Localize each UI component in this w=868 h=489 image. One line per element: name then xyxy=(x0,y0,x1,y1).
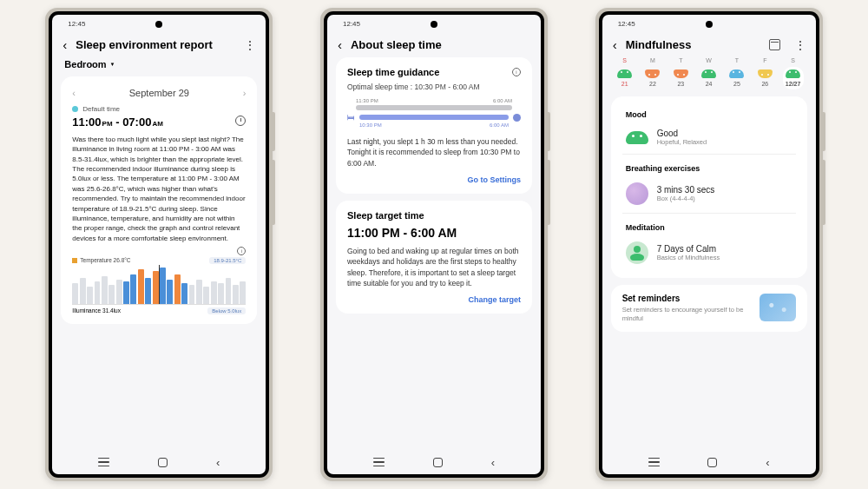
home-icon[interactable] xyxy=(433,458,443,467)
weekday-label: T xyxy=(670,57,691,63)
room-selector[interactable]: Bedroom ▼ xyxy=(61,57,257,76)
weekday-label: F xyxy=(754,57,775,63)
chart-bar xyxy=(102,276,108,304)
calendar-icon[interactable] xyxy=(769,39,780,50)
target-time: 11:00 PM - 6:00 AM xyxy=(347,226,521,240)
reminders-illustration xyxy=(760,294,796,321)
more-icon[interactable]: ⋮ xyxy=(794,38,806,52)
meditation-item[interactable]: 7 Days of CalmBasics of Mindfulness xyxy=(622,236,796,269)
chart-bar xyxy=(233,285,239,304)
mood-day-date: 26 xyxy=(761,81,768,87)
meditation-value: 7 Days of Calm xyxy=(657,244,720,254)
temp-range-badge: 18.9-21.5°C xyxy=(209,257,246,264)
tl-actual-end: 6:00 AM xyxy=(493,98,512,103)
chart-bar xyxy=(123,281,129,304)
meditation-section-label: Meditation xyxy=(622,216,796,236)
mood-day-cell[interactable]: 26 xyxy=(754,67,775,89)
mood-face-icon xyxy=(626,131,648,144)
tl-optimal-end: 6:00 AM xyxy=(490,122,509,128)
home-icon[interactable] xyxy=(707,458,717,467)
mood-day-cell[interactable]: 24 xyxy=(699,67,720,89)
home-icon[interactable] xyxy=(158,458,168,467)
back-icon[interactable]: ‹ xyxy=(62,37,67,52)
reminders-card[interactable]: Set reminders Set reminders to encourage… xyxy=(611,285,807,332)
alarm-icon xyxy=(513,114,521,122)
chart-bar xyxy=(189,285,195,304)
recent-apps-icon[interactable] xyxy=(98,458,109,467)
nav-back-icon[interactable]: ‹ xyxy=(491,456,495,469)
mood-day-date: 25 xyxy=(733,81,740,87)
guidance-title: Sleep time guidance xyxy=(347,67,439,77)
chart-bar xyxy=(167,280,173,304)
chart-bar xyxy=(80,278,86,304)
page-title: About sleep time xyxy=(351,38,530,51)
weekday-label: M xyxy=(642,57,663,63)
header: ‹ Sleep environment report ⋮ xyxy=(52,32,266,57)
status-time: 12:45 xyxy=(68,20,85,28)
tl-optimal-start: 10:30 PM xyxy=(359,122,382,128)
chart-bar xyxy=(174,274,181,304)
actual-sleep-bar xyxy=(356,105,512,110)
recent-apps-icon[interactable] xyxy=(373,458,385,467)
nav-back-icon[interactable]: ‹ xyxy=(766,456,769,469)
environment-chart: Temperature 26.8°C 18.9-21.5°C Illuminan… xyxy=(72,257,246,314)
sleep-timeline: 11:30 PM6:00 AM 🛏 10:30 PM6:00 AM xyxy=(347,98,521,128)
mood-face-icon xyxy=(674,69,688,78)
camera-hole xyxy=(431,21,437,28)
go-to-settings-link[interactable]: Go to Settings xyxy=(347,175,521,184)
mood-day-cell[interactable]: 25 xyxy=(727,67,747,89)
sleep-guidance-card: Sleep time guidance i Optimal sleep time… xyxy=(336,57,532,194)
more-icon[interactable]: ⋮ xyxy=(244,38,255,52)
status-time: 12:45 xyxy=(343,20,360,28)
chart-bar xyxy=(116,280,122,304)
end-time: 07:00 xyxy=(122,116,151,129)
sleep-target-card: Sleep target time 11:00 PM - 6:00 AM Goi… xyxy=(336,201,532,314)
camera-hole xyxy=(155,21,162,28)
meditation-sub: Basics of Mindfulness xyxy=(657,254,720,261)
mood-day-cell[interactable]: 23 xyxy=(670,67,691,89)
back-icon[interactable]: ‹ xyxy=(613,37,617,52)
divider xyxy=(622,213,796,214)
mood-day-date: 24 xyxy=(706,81,713,87)
dropdown-icon: ▼ xyxy=(110,62,115,67)
chart-bar xyxy=(181,283,187,304)
mood-item[interactable]: GoodHopeful, Relaxed xyxy=(622,123,796,151)
date-navigator: ‹ September 29 › xyxy=(72,86,246,105)
info-icon[interactable]: i xyxy=(237,247,246,255)
mood-day-date: 21 xyxy=(621,81,628,87)
mood-face-icon xyxy=(701,69,716,78)
recent-apps-icon[interactable] xyxy=(648,458,660,467)
breathing-value: 3 mins 30 secs xyxy=(657,185,715,195)
sleep-range: 11:00PM - 07:00AM xyxy=(72,116,246,129)
illum-label: Illuminance 31.4lux xyxy=(72,307,121,314)
info-icon[interactable]: i xyxy=(512,68,521,76)
weekday-label: W xyxy=(699,57,720,63)
chart-bar xyxy=(108,285,115,304)
clock-icon[interactable] xyxy=(235,116,246,126)
next-day-icon[interactable]: › xyxy=(243,88,247,98)
chart-bar xyxy=(145,278,151,304)
mood-day-cell[interactable]: 21 xyxy=(615,67,635,89)
chart-bar xyxy=(138,269,144,304)
target-desc: Going to bed and waking up at regular ti… xyxy=(347,246,521,288)
mood-day-cell[interactable]: 22 xyxy=(642,67,663,89)
breathing-item[interactable]: 3 mins 30 secsBox (4-4-4-4) xyxy=(622,177,796,210)
nav-back-icon[interactable]: ‹ xyxy=(216,456,220,469)
room-name: Bedroom xyxy=(64,59,106,69)
phone-frame-3: 12:45 ‹ Mindfulness ⋮ SMTWTFS 2122232425… xyxy=(595,8,823,481)
mindfulness-card: Mood GoodHopeful, Relaxed Breathing exer… xyxy=(611,96,807,278)
guidance-text: Last night, you slept 1 h 30 m less than… xyxy=(347,136,521,169)
mood-day-date: 22 xyxy=(649,81,656,87)
chart-bars xyxy=(72,267,246,305)
mood-face-icon xyxy=(645,69,660,78)
prev-day-icon[interactable]: ‹ xyxy=(72,88,76,98)
mood-day-cell[interactable]: 12/27 xyxy=(783,67,804,89)
back-icon[interactable]: ‹ xyxy=(338,37,342,52)
breathing-sub: Box (4-4-4-4) xyxy=(657,195,715,202)
chart-bar xyxy=(130,274,136,304)
mood-face-icon xyxy=(786,69,800,78)
change-target-link[interactable]: Change target xyxy=(347,295,521,304)
tl-actual-start: 11:30 PM xyxy=(356,98,378,103)
default-time-label: Default time xyxy=(82,105,120,113)
target-title: Sleep target time xyxy=(347,210,521,221)
